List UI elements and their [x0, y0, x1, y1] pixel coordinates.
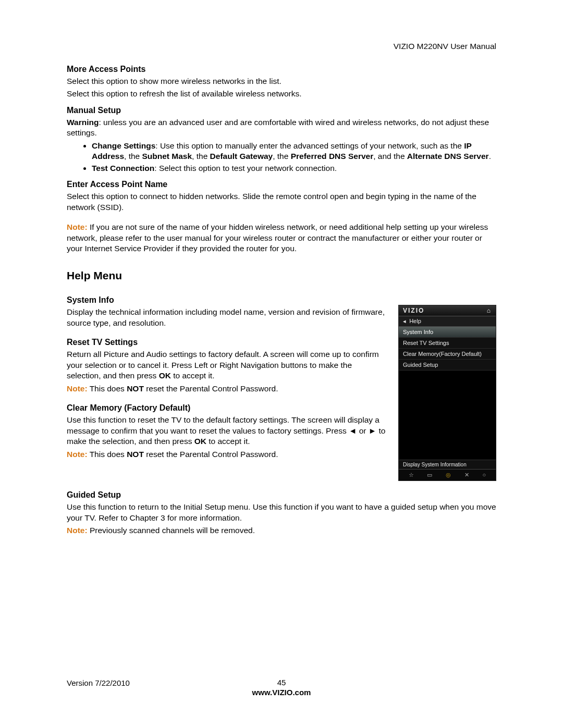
tv-menu-item: Guided Setup — [399, 360, 496, 371]
term: Preferred DNS Server — [291, 152, 374, 161]
heading-manual-setup: Manual Setup — [67, 106, 496, 115]
term: Default Gateway — [210, 152, 273, 161]
term: NOT — [127, 450, 144, 459]
body-text: This does — [88, 384, 127, 393]
term: Alternate DNS Server — [407, 152, 489, 161]
heading-clear-memory: Clear Memory (Factory Default) — [67, 403, 388, 413]
tv-menu-item: System Info — [399, 327, 496, 338]
back-arrow-icon: ◂ — [403, 318, 406, 324]
circle-icon: ○ — [482, 472, 486, 478]
body-text: If you are not sure of the name of your … — [67, 223, 488, 253]
body-text: Select this option to connect to hidden … — [67, 191, 496, 213]
term: Subnet Mask — [142, 152, 192, 161]
bullet-label: Change Settings — [92, 141, 155, 150]
breadcrumb-label: Help — [409, 318, 421, 324]
heading-more-access-points: More Access Points — [67, 65, 496, 74]
tv-spacer — [399, 371, 496, 460]
x-icon: ✕ — [464, 472, 469, 478]
body-text: This does — [88, 450, 127, 459]
term: OK — [194, 437, 206, 446]
tv-icon-bar: ☆ ▭ ◎ ✕ ○ — [399, 469, 496, 480]
star-icon: ☆ — [409, 472, 414, 478]
body-text: , the — [273, 152, 290, 161]
body-text: Select this option to refresh the list o… — [67, 89, 496, 99]
body-text: Use this function to reset the TV to the… — [67, 415, 388, 447]
body-text: Previously scanned channels will be remo… — [88, 526, 255, 535]
tv-breadcrumb: ◂ Help — [399, 316, 496, 327]
body-text: , the — [192, 152, 210, 161]
body-text: reset the Parental Control Password. — [144, 384, 278, 393]
note-label: Note: — [67, 450, 88, 459]
body-text: , and the — [373, 152, 407, 161]
tv-menu-item: Clear Memory(Factory Default) — [399, 349, 496, 360]
heading-reset-tv: Reset TV Settings — [67, 338, 388, 347]
body-text: Use this function to return to the Initi… — [67, 502, 496, 523]
body-text: : Use this option to manually enter the … — [155, 141, 464, 150]
body-text: to accept it. — [206, 437, 250, 446]
body-text: Return all Picture and Audio settings to… — [67, 350, 379, 380]
warning-label: Warning — [67, 118, 99, 127]
body-text: , the — [124, 152, 142, 161]
tv-menu-item: Reset TV Settings — [399, 338, 496, 349]
body-text: to accept it. — [171, 371, 215, 380]
doc-title: VIZIO M220NV User Manual — [394, 42, 496, 51]
body-text: . — [489, 152, 491, 161]
note-label: Note: — [67, 223, 88, 231]
note-label: Note: — [67, 526, 88, 535]
bullet-label: Test Connection — [92, 164, 154, 172]
note-text: Note: This does NOT reset the Parental C… — [67, 384, 388, 394]
body-text: Display the technical information includ… — [67, 307, 388, 328]
rect-icon: ▭ — [427, 472, 432, 478]
body-text: Select this option to show more wireless… — [67, 76, 496, 87]
home-icon: ⌂ — [487, 307, 492, 314]
body-text: Warning: unless you are an advanced user… — [67, 117, 496, 139]
term: NOT — [127, 384, 144, 393]
heading-enter-ap-name: Enter Access Point Name — [67, 180, 496, 189]
term: OK — [159, 371, 171, 380]
heading-help-menu: Help Menu — [67, 269, 496, 282]
heading-guided-setup: Guided Setup — [67, 490, 496, 500]
version-text: Version 7/22/2010 — [67, 678, 130, 687]
note-text: Note: This does NOT reset the Parental C… — [67, 449, 388, 460]
note-text: Note: Previously scanned channels will b… — [67, 525, 496, 536]
note-label: Note: — [67, 384, 88, 393]
tv-brand: VIZIO — [403, 307, 424, 314]
body-text: : Select this option to test your networ… — [154, 164, 337, 172]
footer-url: www.VIZIO.com — [67, 688, 496, 697]
tv-status-text: Display System Information — [399, 460, 496, 469]
circle-dot-icon: ◎ — [446, 472, 451, 478]
body-text: Return all Picture and Audio settings to… — [67, 349, 388, 381]
list-item: Test Connection: Select this option to t… — [92, 163, 496, 174]
body-text: reset the Parental Control Password. — [144, 450, 278, 459]
tv-menu-screenshot: VIZIO ⌂ ◂ Help System Info Reset TV Sett… — [398, 305, 496, 481]
note-text: Note: If you are not sure of the name of… — [67, 222, 496, 254]
list-item: Change Settings: Use this option to manu… — [92, 141, 496, 162]
page-number: 45 — [67, 678, 496, 687]
heading-system-info: System Info — [67, 295, 388, 305]
body-text: : unless you are an advanced user and ar… — [67, 118, 489, 137]
